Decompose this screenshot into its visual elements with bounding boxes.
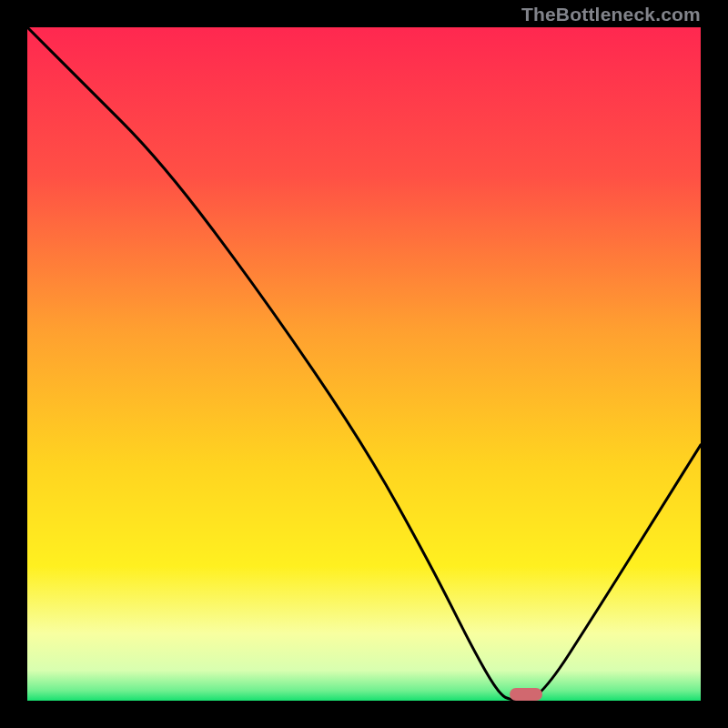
chart-frame: TheBottleneck.com — [0, 0, 728, 728]
plot-area — [27, 27, 701, 701]
optimal-marker — [510, 688, 542, 701]
watermark-text: TheBottleneck.com — [521, 4, 701, 25]
bottleneck-curve — [27, 27, 701, 701]
